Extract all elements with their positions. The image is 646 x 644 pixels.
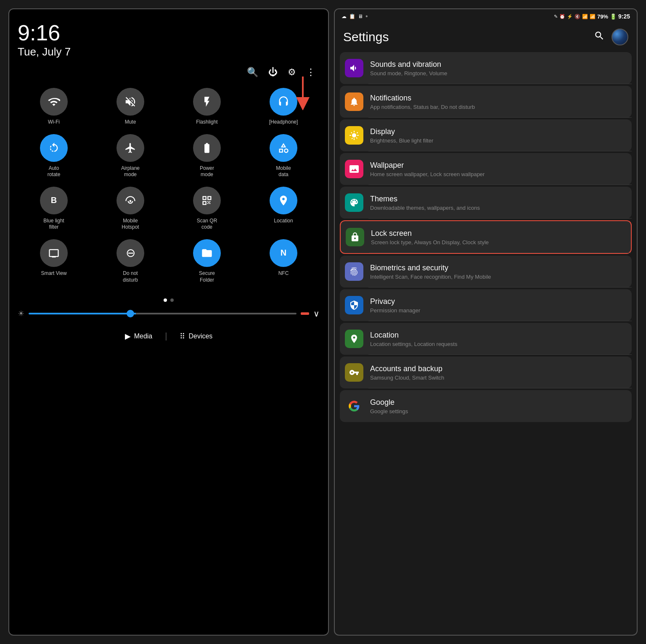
devices-icon: ⠿ — [180, 332, 185, 341]
wifi-label: Wi-Fi — [48, 119, 60, 126]
qs-item-mobiledata[interactable]: Mobiledata — [247, 134, 320, 178]
accounts-icon — [345, 363, 363, 382]
display-icon — [345, 126, 363, 145]
search-icon[interactable]: 🔍 — [247, 67, 258, 78]
sounds-text: Sounds and vibration Sound mode, Rington… — [370, 60, 627, 77]
hotspot-label: MobileHotspot — [122, 218, 139, 231]
settings-item-wallpaper[interactable]: Wallpaper Home screen wallpaper, Lock sc… — [340, 153, 632, 185]
brightness-icon: ☀ — [18, 309, 24, 318]
lockscreen-subtitle: Screen lock type, Always On Display, Clo… — [371, 239, 626, 245]
signal-bars-icon: 📶 — [590, 14, 596, 19]
smartview-icon — [40, 239, 68, 267]
settings-item-lockscreen[interactable]: Lock screen Screen lock type, Always On … — [340, 220, 632, 254]
location-settings-subtitle: Location settings, Location requests — [370, 341, 627, 347]
devices-button[interactable]: ⠿ Devices — [180, 332, 212, 341]
google-icon — [345, 397, 363, 415]
settings-item-location[interactable]: Location Location settings, Location req… — [340, 323, 632, 355]
notifications-icon — [345, 92, 363, 111]
biometrics-subtitle: Intelligent Scan, Face recognition, Find… — [370, 274, 627, 280]
settings-item-google[interactable]: Google Google settings — [340, 390, 632, 422]
securefolder-label: SecureFolder — [199, 270, 215, 283]
flashlight-label: Flashlight — [196, 119, 217, 126]
mobiledata-label: Mobiledata — [276, 165, 291, 178]
wifi-icon — [40, 88, 68, 116]
lockscreen-title: Lock screen — [371, 229, 626, 238]
power-icon[interactable]: ⏻ — [268, 67, 278, 78]
securefolder-icon — [193, 239, 221, 267]
qs-item-wifi[interactable]: Wi-Fi — [18, 88, 90, 126]
settings-header: Settings — [335, 24, 637, 52]
settings-item-notifications[interactable]: Notifications App notifications, Status … — [340, 86, 632, 118]
display-title: Display — [370, 127, 627, 136]
dot-inactive — [170, 298, 174, 302]
settings-panel: ☁ 📋 🖥 • ✎ ⏰ ⚡ 🔇 📶 📶 79% 🔋 9:25 Settings — [334, 8, 638, 636]
google-title: Google — [370, 398, 627, 407]
powermode-label: Powermode — [200, 165, 214, 178]
accounts-title: Accounts and backup — [370, 364, 627, 373]
nfc-label: NFC — [278, 270, 289, 277]
qs-item-powermode[interactable]: Powermode — [171, 134, 243, 178]
sounds-icon — [345, 59, 363, 77]
qs-item-dnd[interactable]: ⊖ Do notdisturb — [94, 239, 167, 283]
sounds-title: Sounds and vibration — [370, 60, 627, 69]
settings-item-display[interactable]: Display Brightness, Blue light filter — [340, 119, 632, 151]
media-button[interactable]: ▶ Media — [125, 332, 153, 341]
user-avatar[interactable] — [612, 29, 628, 45]
brightness-slider[interactable] — [29, 313, 297, 314]
dot-indicator: • — [365, 13, 368, 20]
settings-item-accounts[interactable]: Accounts and backup Samsung Cloud, Smart… — [340, 356, 632, 388]
settings-item-biometrics[interactable]: Biometrics and security Intelligent Scan… — [340, 256, 632, 288]
dnd-icon: ⊖ — [116, 239, 144, 267]
biometrics-text: Biometrics and security Intelligent Scan… — [370, 264, 627, 280]
settings-header-icons — [594, 29, 628, 45]
location-settings-title: Location — [370, 331, 627, 340]
notifications-text: Notifications App notifications, Status … — [370, 94, 627, 110]
mobiledata-icon — [270, 134, 297, 162]
settings-search-icon[interactable] — [594, 30, 605, 44]
devices-label: Devices — [188, 333, 212, 340]
qs-item-nfc[interactable]: N NFC — [247, 239, 320, 283]
settings-item-themes[interactable]: Themes Downloadable themes, wallpapers, … — [340, 187, 632, 219]
dnd-label: Do notdisturb — [123, 270, 138, 283]
qs-header: 🔍 ⏻ ⚙ ⋮ — [18, 67, 320, 78]
qs-item-securefolder[interactable]: SecureFolder — [171, 239, 243, 283]
settings-item-sounds[interactable]: Sounds and vibration Sound mode, Rington… — [340, 52, 632, 84]
accounts-subtitle: Samsung Cloud, Smart Switch — [370, 375, 627, 381]
location-icon — [270, 187, 297, 214]
dot-active — [164, 298, 167, 302]
nfc-icon: N — [270, 239, 297, 267]
qs-item-scanqr[interactable]: Scan QRcode — [171, 187, 243, 231]
accounts-text: Accounts and backup Samsung Cloud, Smart… — [370, 364, 627, 381]
qs-item-mute[interactable]: Mute — [94, 88, 167, 126]
mute-status-icon: 🔇 — [575, 14, 580, 19]
qs-item-hotspot[interactable]: MobileHotspot — [94, 187, 167, 231]
brightness-chevron[interactable]: ∨ — [313, 309, 320, 319]
settings-title: Settings — [343, 30, 389, 44]
airplane-icon — [116, 134, 144, 162]
privacy-title: Privacy — [370, 297, 627, 306]
settings-item-privacy[interactable]: Privacy Permission manager — [340, 289, 632, 321]
qs-item-autorotate[interactable]: Autorotate — [18, 134, 90, 178]
biometrics-title: Biometrics and security — [370, 264, 627, 272]
headphone-label: [Headphone] — [269, 119, 298, 126]
time-display: 9:16 Tue, July 7 — [18, 22, 320, 58]
bluelight-icon: B — [40, 187, 68, 214]
qs-item-bluelight[interactable]: B Blue lightfilter — [18, 187, 90, 231]
display-text: Display Brightness, Blue light filter — [370, 127, 627, 144]
settings-list: Sounds and vibration Sound mode, Rington… — [335, 52, 637, 635]
status-bar: ☁ 📋 🖥 • ✎ ⏰ ⚡ 🔇 📶 📶 79% 🔋 9:25 — [335, 9, 637, 24]
qs-item-smartview[interactable]: Smart View — [18, 239, 90, 283]
qs-item-flashlight[interactable]: Flashlight — [171, 88, 243, 126]
biometrics-icon — [345, 262, 363, 281]
sim-icon: 📋 — [349, 13, 355, 19]
qs-item-airplane[interactable]: Airplanemode — [94, 134, 167, 178]
sounds-subtitle: Sound mode, Ringtone, Volume — [370, 70, 627, 77]
qs-item-location[interactable]: Location — [247, 187, 320, 231]
cloud-icon: ☁ — [342, 13, 347, 19]
lockscreen-text: Lock screen Screen lock type, Always On … — [371, 229, 626, 245]
privacy-icon — [345, 296, 363, 314]
media-icon: ▶ — [125, 332, 131, 341]
hotspot-icon — [116, 187, 144, 214]
wallpaper-subtitle: Home screen wallpaper, Lock screen wallp… — [370, 171, 627, 177]
smartview-label: Smart View — [41, 270, 66, 277]
